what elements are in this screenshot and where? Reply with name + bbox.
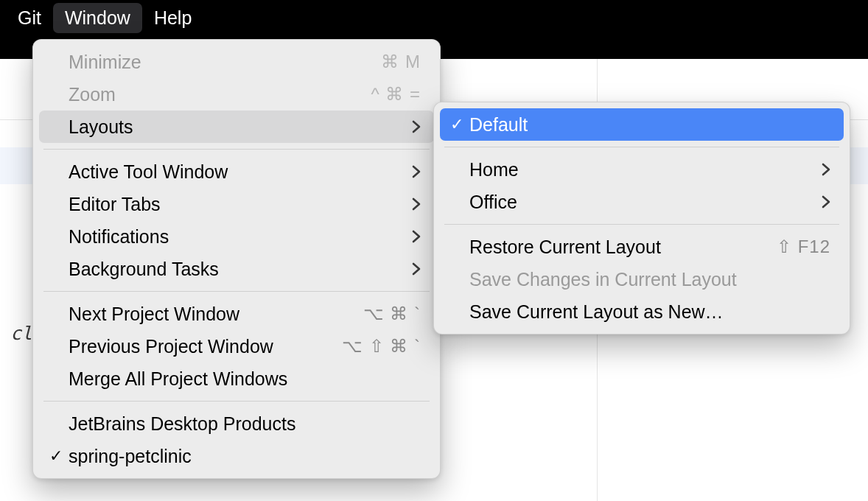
menu-minimize-label: Minimize: [69, 52, 141, 73]
submenu-save-changes-label: Save Changes in Current Layout: [469, 269, 737, 290]
menubar-help[interactable]: Help: [142, 3, 203, 33]
menu-editor-tabs[interactable]: Editor Tabs: [39, 188, 434, 220]
menu-previous-project-window-shortcut: ⌥ ⇧ ⌘ `: [342, 336, 421, 357]
menu-notifications[interactable]: Notifications: [39, 220, 434, 253]
menu-next-project-window-shortcut: ⌥ ⌘ `: [363, 304, 421, 324]
submenu-office-label: Office: [469, 192, 517, 213]
submenu-save-changes-in-current-layout: Save Changes in Current Layout: [440, 263, 844, 295]
submenu-save-current-layout-as-new[interactable]: Save Current Layout as New…: [440, 295, 844, 328]
editor-snippet: cl: [10, 323, 32, 344]
check-icon: ✓: [450, 116, 469, 133]
chevron-right-icon: [405, 120, 421, 133]
menu-jetbrains-desktop-products[interactable]: JetBrains Desktop Products: [39, 407, 434, 440]
submenu-restore-shortcut: ⇧ F12: [777, 237, 830, 257]
menu-notifications-label: Notifications: [69, 226, 169, 248]
layouts-submenu: ✓ Default Home Office Restore Current La…: [433, 102, 850, 334]
menu-layouts[interactable]: Layouts: [39, 111, 434, 143]
chevron-right-icon: [814, 163, 830, 176]
submenu-default-label: Default: [469, 114, 528, 136]
submenu-office[interactable]: Office: [440, 186, 844, 218]
menubar-git[interactable]: Git: [6, 3, 53, 33]
menubar: Git Window Help: [0, 0, 868, 35]
menu-previous-project-window-label: Previous Project Window: [69, 336, 273, 357]
menu-background-tasks-label: Background Tasks: [69, 259, 219, 280]
menu-separator: [444, 224, 839, 225]
chevron-right-icon: [405, 165, 421, 178]
menu-separator: [43, 291, 430, 292]
chevron-right-icon: [405, 230, 421, 243]
submenu-default[interactable]: ✓ Default: [440, 108, 844, 141]
submenu-save-as-new-label: Save Current Layout as New…: [469, 301, 724, 323]
menu-background-tasks[interactable]: Background Tasks: [39, 253, 434, 285]
chevron-right-icon: [405, 197, 421, 211]
submenu-restore-current-layout[interactable]: Restore Current Layout ⇧ F12: [440, 231, 844, 263]
menu-next-project-window-label: Next Project Window: [69, 304, 239, 325]
chevron-right-icon: [814, 195, 830, 209]
menu-editor-tabs-label: Editor Tabs: [69, 194, 161, 215]
menu-spring-petclinic-label: spring-petclinic: [69, 446, 192, 467]
menubar-window[interactable]: Window: [53, 3, 142, 33]
menu-merge-all-label: Merge All Project Windows: [69, 368, 287, 390]
menu-separator: [43, 149, 430, 150]
chevron-right-icon: [405, 262, 421, 276]
menu-next-project-window[interactable]: Next Project Window ⌥ ⌘ `: [39, 298, 434, 330]
menu-merge-all-project-windows[interactable]: Merge All Project Windows: [39, 362, 434, 395]
menu-minimize-shortcut: ⌘ M: [381, 52, 421, 72]
submenu-restore-label: Restore Current Layout: [469, 237, 661, 258]
menu-zoom: Zoom ^ ⌘ =: [39, 78, 434, 111]
menu-zoom-label: Zoom: [69, 84, 116, 105]
menu-spring-petclinic[interactable]: ✓ spring-petclinic: [39, 440, 434, 472]
menu-jetbrains-label: JetBrains Desktop Products: [69, 413, 295, 435]
menu-active-tool-window[interactable]: Active Tool Window: [39, 155, 434, 188]
menu-minimize: Minimize ⌘ M: [39, 46, 434, 78]
menu-active-tool-window-label: Active Tool Window: [69, 161, 228, 183]
menu-previous-project-window[interactable]: Previous Project Window ⌥ ⇧ ⌘ `: [39, 330, 434, 362]
menu-separator: [43, 401, 430, 402]
submenu-home[interactable]: Home: [440, 153, 844, 186]
menu-layouts-label: Layouts: [69, 116, 133, 138]
check-icon: ✓: [49, 448, 69, 464]
submenu-home-label: Home: [469, 159, 519, 181]
menu-zoom-shortcut: ^ ⌘ =: [371, 84, 421, 105]
menu-separator: [444, 147, 839, 147]
window-menu: Minimize ⌘ M Zoom ^ ⌘ = Layouts Active T…: [32, 39, 441, 479]
